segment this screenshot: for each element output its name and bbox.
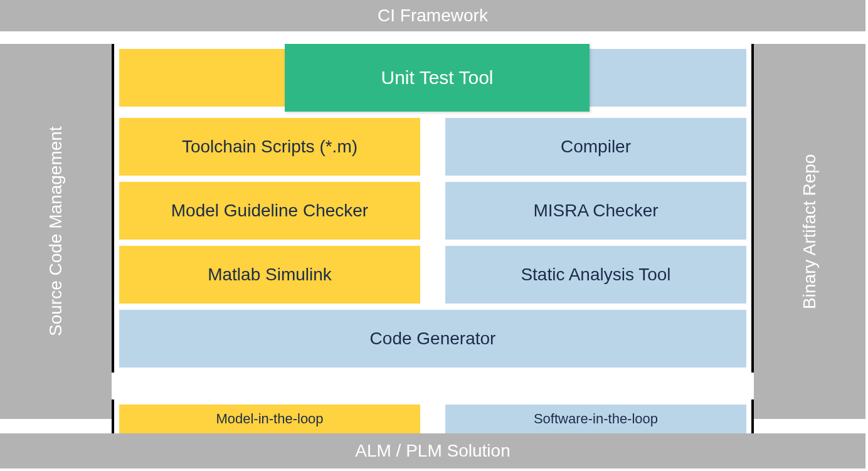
diagram-frame: CI Framework Source Code Management Bina…	[0, 0, 865, 468]
ci-framework-label: CI Framework	[378, 6, 488, 26]
misra-checker-label: MISRA Checker	[533, 201, 658, 221]
code-generator-block: Code Generator	[119, 310, 746, 368]
ci-framework-band: CI Framework	[0, 0, 865, 31]
source-code-mgmt-band: Source Code Management	[0, 44, 112, 419]
unit-test-tool-label: Unit Test Tool	[381, 67, 494, 88]
source-code-mgmt-label: Source Code Management	[46, 127, 66, 337]
left-column: Toolchain Scripts (*.m) Model Guideline …	[119, 118, 420, 304]
legend-row: Model-in-the-loop Software-in-the-loop	[112, 400, 754, 433]
misra-checker-block: MISRA Checker	[445, 182, 746, 240]
static-analysis-tool-label: Static Analysis Tool	[521, 265, 670, 285]
model-guideline-checker-block: Model Guideline Checker	[119, 182, 420, 240]
static-analysis-tool-block: Static Analysis Tool	[445, 246, 746, 304]
model-guideline-checker-label: Model Guideline Checker	[171, 201, 368, 221]
core-area: Unit Test Tool Toolchain Scripts (*.m) M…	[112, 44, 754, 373]
alm-plm-label: ALM / PLM Solution	[355, 441, 510, 461]
binary-artifact-repo-label: Binary Artifact Repo	[800, 154, 820, 309]
code-generator-row: Code Generator	[119, 310, 746, 368]
unit-test-row: Unit Test Tool	[119, 49, 746, 107]
two-column-area: Toolchain Scripts (*.m) Model Guideline …	[119, 118, 746, 304]
toolchain-scripts-block: Toolchain Scripts (*.m)	[119, 118, 420, 176]
unit-test-tool-block: Unit Test Tool	[285, 44, 590, 112]
binary-artifact-repo-band: Binary Artifact Repo	[754, 44, 865, 419]
software-in-the-loop-label: Software-in-the-loop	[534, 411, 658, 427]
model-in-the-loop-label: Model-in-the-loop	[216, 411, 323, 427]
matlab-simulink-block: Matlab Simulink	[119, 246, 420, 304]
compiler-label: Compiler	[561, 137, 631, 157]
software-in-the-loop-block: Software-in-the-loop	[445, 405, 746, 433]
unit-test-bg-yellow	[119, 49, 285, 107]
matlab-simulink-label: Matlab Simulink	[208, 265, 332, 285]
model-in-the-loop-block: Model-in-the-loop	[119, 405, 420, 433]
code-generator-label: Code Generator	[370, 329, 496, 349]
toolchain-scripts-label: Toolchain Scripts (*.m)	[182, 137, 357, 157]
alm-plm-band: ALM / PLM Solution	[0, 433, 865, 468]
right-column: Compiler MISRA Checker Static Analysis T…	[445, 118, 746, 304]
compiler-block: Compiler	[445, 118, 746, 176]
